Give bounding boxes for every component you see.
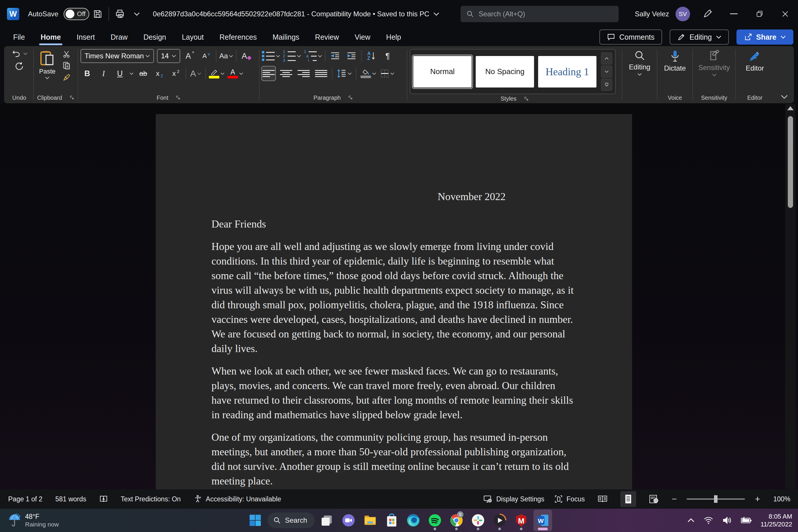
numbering-button[interactable]: 1 2 3 [283,49,301,63]
subscript-button[interactable]: x2 [153,66,166,80]
clear-formatting-button[interactable]: A [240,49,253,63]
app-microsoft-store[interactable] [382,510,401,531]
tray-overflow-button[interactable] [687,518,695,522]
text-effects-button[interactable]: A [189,66,203,80]
weather-widget[interactable]: 48°F Raining now [7,510,59,530]
highlight-button[interactable] [209,66,225,80]
document-page[interactable]: November 2022 Dear Friends Hope you are … [156,114,632,489]
underline-button[interactable]: U [113,66,127,80]
app-spotify[interactable] [425,510,444,531]
multilevel-list-button[interactable]: 1 a i [304,49,322,63]
zoom-level[interactable]: 100% [770,495,791,503]
tab-insert[interactable]: Insert [69,28,103,46]
cut-button[interactable] [62,50,71,58]
battery-button[interactable] [741,516,752,525]
line-spacing-button[interactable] [337,66,352,80]
document-salutation[interactable]: Dear Friends [211,217,576,231]
app-chat-video[interactable] [339,510,358,531]
restore-button[interactable] [747,0,772,28]
font-color-button[interactable]: A [228,66,243,80]
bullets-button[interactable] [262,49,280,63]
read-mode-button[interactable] [595,491,610,507]
app-media-player[interactable] [490,510,509,531]
collapse-ribbon-button[interactable] [780,95,788,99]
redo-button[interactable] [14,61,24,71]
tab-references[interactable]: References [212,28,265,46]
increase-indent-button[interactable] [345,49,358,63]
tab-mailings[interactable]: Mailings [265,28,307,46]
scroll-up-arrow[interactable] [787,106,794,110]
show-formatting-button[interactable]: ¶ [381,49,394,63]
paste-button[interactable]: Paste [36,49,58,80]
avatar[interactable]: SV [676,7,690,21]
app-word[interactable]: W [533,510,552,531]
text-predictions-status[interactable]: Text Predictions: On [121,495,181,503]
wifi-button[interactable] [703,516,714,525]
clock[interactable]: 8:05 AM 11/25/2022 [761,512,792,528]
app-task-view[interactable] [318,510,336,531]
sort-button[interactable]: A Z [365,49,378,63]
style-normal[interactable]: Normal [413,56,472,88]
zoom-out-button[interactable]: − [672,494,677,504]
web-layout-button[interactable] [646,491,662,507]
dictate-button[interactable]: Dictate [660,49,690,73]
share-button[interactable]: Share [737,30,793,45]
tab-layout[interactable]: Layout [174,28,211,46]
inking-button[interactable] [699,5,716,22]
zoom-slider[interactable] [687,498,745,500]
italic-button[interactable]: I [97,66,110,80]
tab-draw[interactable]: Draw [103,28,135,46]
page-indicator[interactable]: Page 1 of 2 [8,495,43,503]
editing-mode-button[interactable]: Editing [670,30,728,45]
focus-button[interactable]: Focus [554,495,585,504]
search-input[interactable]: Search (Alt+Q) [460,6,619,22]
word-count[interactable]: 581 words [55,495,86,503]
vertical-scrollbar[interactable] [785,104,796,489]
format-painter-button[interactable] [62,73,71,82]
align-left-button[interactable] [262,66,276,80]
chevron-down-icon[interactable] [130,72,134,75]
app-slack[interactable] [469,510,487,531]
dialog-launcher-icon[interactable] [348,95,353,100]
copy-button[interactable] [62,61,71,70]
grow-font-button[interactable]: A^ [183,49,196,63]
borders-button[interactable] [380,66,394,80]
customize-quick-access-button[interactable] [128,5,145,22]
font-size-select[interactable]: 14 [157,49,180,63]
zoom-in-button[interactable]: + [755,494,760,504]
word-app-icon[interactable]: W [7,8,19,20]
autosave-toggle[interactable]: Off [63,8,89,20]
proofing-status[interactable] [99,495,108,504]
document-date-line[interactable]: November 2022 [211,189,576,204]
font-name-select[interactable]: Times New Roman [80,49,154,63]
editor-button[interactable]: Editor [742,49,768,73]
superscript-button[interactable]: x2 [169,66,183,80]
print-layout-button[interactable] [620,491,636,507]
shading-button[interactable] [361,66,376,80]
change-case-button[interactable]: Aa [219,49,233,63]
tab-view[interactable]: View [347,28,378,46]
document-title[interactable]: 0e62897d3a0c4b6cc59564d5502922e087fdc281… [153,10,439,18]
styles-scroll-down-button[interactable] [601,65,612,78]
taskbar-search[interactable]: Search [267,512,315,528]
app-file-explorer[interactable] [361,510,379,531]
tab-home[interactable]: Home [33,28,69,46]
undo-button[interactable] [11,49,27,58]
start-button[interactable] [246,510,265,531]
app-edge[interactable] [404,510,423,531]
display-settings-button[interactable]: Display Settings [483,495,544,504]
comments-button[interactable]: Comments [600,30,662,45]
app-chrome[interactable]: S [447,510,466,531]
tab-help[interactable]: Help [378,28,409,46]
document-paragraph[interactable]: When we look at each other, we see fewer… [211,364,576,422]
scrollbar-thumb[interactable] [788,116,793,208]
dialog-launcher-icon[interactable] [524,97,529,101]
document-paragraph[interactable]: One of my organizations, the community p… [211,430,576,488]
accessibility-status[interactable]: ? Accessibility: Unavailable [194,495,281,504]
zoom-slider-handle[interactable] [714,495,718,503]
document-paragraph[interactable]: Hope you are all well and adjusting as w… [211,239,576,356]
align-right-button[interactable] [297,66,310,80]
style-heading-1[interactable]: Heading 1 [538,56,596,88]
justify-button[interactable] [315,66,328,80]
decrease-indent-button[interactable] [328,49,342,63]
